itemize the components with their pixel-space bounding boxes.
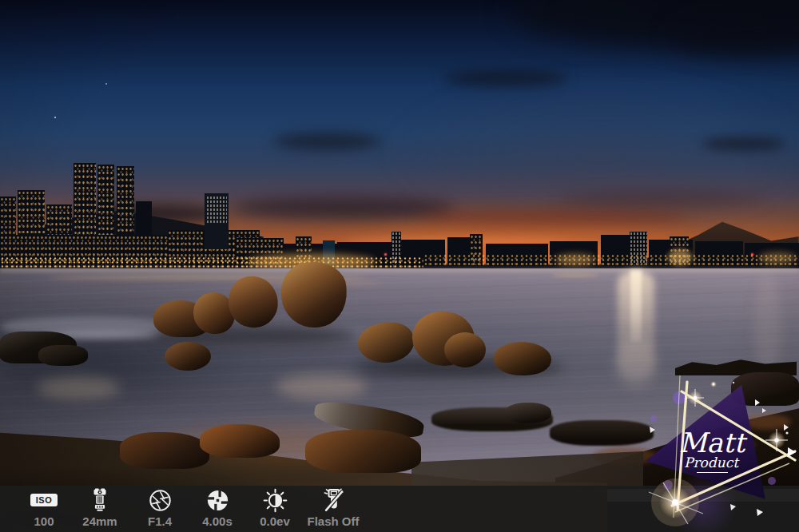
watermark-line1: Matt	[679, 427, 748, 459]
photo-viewer-screen: ISO 100	[0, 0, 799, 532]
watermark-line2: Product	[684, 455, 740, 470]
watermark: Matt Product	[623, 359, 799, 532]
exif-value-flash: Flash Off	[297, 514, 369, 529]
exif-item-flash: Flash Off	[297, 486, 369, 532]
flash-off-icon	[297, 486, 369, 514]
